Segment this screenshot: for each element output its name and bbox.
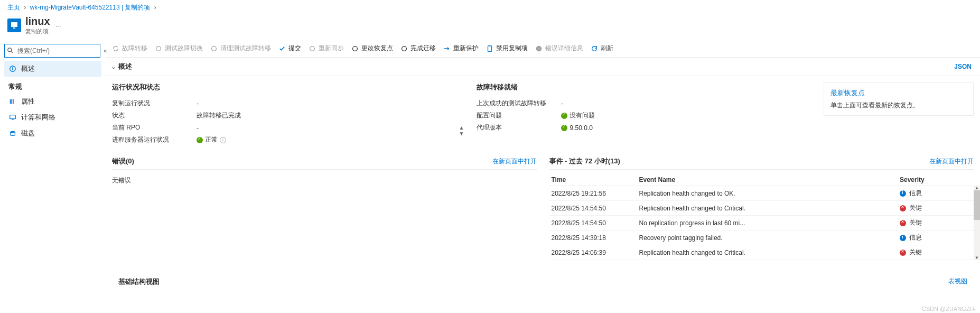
toolbar-label: 重新同步: [319, 44, 344, 53]
scroll-thumb[interactable]: [974, 190, 980, 220]
property-row: 上次成功的测试故障转移-: [477, 97, 811, 109]
reprotect-icon: [443, 45, 451, 52]
toolbar-label: 测试故障切换: [165, 44, 203, 53]
property-key: 状态: [112, 111, 197, 120]
nav-label: 磁盘: [21, 128, 35, 138]
overview-header[interactable]: ⌵ 概述 JSON: [106, 58, 980, 76]
svg-point-12: [212, 46, 217, 51]
disk-icon: [8, 129, 17, 137]
recovery-point-text: 单击上面可查看最新的恢复点。: [830, 101, 967, 110]
properties-icon: [8, 97, 17, 106]
cleanup-icon: [210, 45, 218, 52]
breadcrumb-item[interactable]: wk-mg-MigrateVault-645522113 | 复制的项: [30, 4, 151, 11]
recovery-point-box[interactable]: 最新恢复点 单击上面可查看最新的恢复点。: [824, 82, 974, 116]
property-row: 复制运行状况-: [112, 97, 446, 109]
toolbar-label: 清理测试故障转移: [220, 44, 271, 53]
toolbar-resync: 重新同步: [309, 44, 344, 53]
expand-handle[interactable]: ▲▼: [459, 82, 464, 146]
col-severity: Severity: [900, 176, 974, 183]
col-event-name: Event Name: [639, 176, 900, 183]
scrollbar[interactable]: ▲ ▼: [974, 186, 980, 260]
nav-properties[interactable]: 属性: [4, 94, 101, 109]
toolbar-disable[interactable]: 禁用复制项: [486, 44, 528, 53]
toolbar-label: 完成迁移: [410, 44, 436, 53]
property-value: 故障转移已完成: [197, 111, 241, 120]
toolbar-commit[interactable]: 提交: [278, 44, 301, 53]
toolbar-label: 错误详细信息: [545, 44, 583, 53]
event-name: Recovery point tagging failed.: [639, 234, 900, 242]
commit-icon: [278, 45, 286, 52]
error-icon: !: [535, 45, 543, 52]
table-view-link[interactable]: 表视图: [948, 277, 967, 287]
svg-point-13: [310, 46, 315, 51]
event-time: 2022/8/25 14:06:39: [549, 249, 639, 256]
toolbar-cleanup: 清理测试故障转移: [210, 44, 271, 53]
open-new-page-link[interactable]: 在新页面中打开: [492, 157, 537, 166]
event-name: Replication health changed to Critical.: [639, 205, 900, 212]
json-view-link[interactable]: JSON: [954, 63, 972, 70]
nav-disks[interactable]: 磁盘: [4, 125, 101, 141]
toolbar-refresh[interactable]: 刷新: [591, 44, 613, 53]
property-row: 状态故障转移已完成: [112, 109, 446, 122]
property-value: 9.50.0.0: [570, 124, 592, 132]
toolbar-reprotect[interactable]: 重新保护: [443, 44, 479, 53]
infra-view-title: 基础结构视图: [118, 277, 160, 287]
infra-view-section: 基础结构视图 表视图: [106, 266, 980, 289]
toolbar-label: 提交: [288, 44, 301, 53]
critical-icon: [900, 220, 906, 226]
svg-rect-16: [488, 45, 492, 51]
svg-point-3: [12, 67, 13, 68]
toolbar-failover: 故障转移: [112, 44, 147, 53]
failover-icon: [112, 45, 119, 52]
svg-rect-8: [10, 115, 16, 119]
errors-panel: 错误(0) 在新页面中打开 无错误: [112, 156, 537, 260]
recovery-point-title: 最新恢复点: [830, 88, 967, 98]
svg-point-11: [156, 46, 161, 51]
toolbar-label: 重新保护: [453, 44, 479, 53]
disable-icon: [486, 45, 493, 52]
change-rp-icon: [351, 45, 359, 52]
failover-ready-title: 故障转移就绪: [477, 82, 811, 92]
scroll-down-icon[interactable]: ▼: [974, 255, 980, 260]
open-new-page-link[interactable]: 在新页面中打开: [929, 157, 974, 166]
svg-text:!: !: [538, 46, 539, 51]
compute-icon: [8, 113, 17, 122]
more-icon[interactable]: ···: [55, 22, 61, 30]
svg-point-15: [402, 46, 407, 51]
scroll-up-icon[interactable]: ▲: [974, 186, 980, 190]
page-subtitle: 复制的项: [25, 27, 50, 35]
nav-overview[interactable]: 概述: [4, 61, 101, 77]
complete-icon: [400, 45, 408, 52]
refresh-icon: [591, 45, 598, 52]
toolbar-change-rp[interactable]: 更改恢复点: [351, 44, 393, 53]
event-row[interactable]: 2022/8/25 19:21:56Replication health cha…: [549, 186, 974, 201]
event-row[interactable]: 2022/8/25 14:54:50No replication progres…: [549, 216, 974, 231]
breadcrumb-item[interactable]: 主页: [7, 4, 20, 11]
svg-rect-5: [10, 99, 11, 104]
event-row[interactable]: 2022/8/25 14:06:39Replication health cha…: [549, 245, 974, 260]
toolbar-label: 更改恢复点: [361, 44, 393, 53]
event-severity: 关键: [909, 218, 922, 227]
page-title: linux: [25, 15, 50, 27]
event-row[interactable]: 2022/8/25 14:54:50Replication health cha…: [549, 201, 974, 216]
event-severity: 关键: [909, 204, 922, 213]
property-key: 进程服务器运行状况: [112, 135, 197, 144]
info-icon: [900, 190, 906, 197]
event-severity: 信息: [909, 233, 922, 242]
event-severity: 关键: [909, 248, 922, 257]
event-row[interactable]: 2022/8/25 14:39:18Recovery point tagging…: [549, 231, 974, 245]
search-input[interactable]: [4, 44, 100, 58]
info-icon[interactable]: i: [220, 137, 226, 143]
event-time: 2022/8/25 14:39:18: [549, 234, 639, 242]
breadcrumb: 主页 › wk-mg-MigrateVault-645522113 | 复制的项…: [0, 0, 980, 14]
nav-label: 计算和网络: [21, 113, 55, 122]
svg-rect-4: [12, 68, 13, 70]
toolbar-complete[interactable]: 完成迁移: [400, 44, 436, 53]
property-key: 复制运行状况: [112, 99, 197, 108]
info-icon: [900, 235, 906, 241]
nav-compute[interactable]: 计算和网络: [4, 109, 101, 125]
status-ok-icon: [561, 125, 567, 131]
events-title: 事件 - 过去 72 小时(13): [549, 156, 620, 166]
event-severity: 信息: [909, 189, 922, 198]
property-value: -: [561, 100, 563, 107]
